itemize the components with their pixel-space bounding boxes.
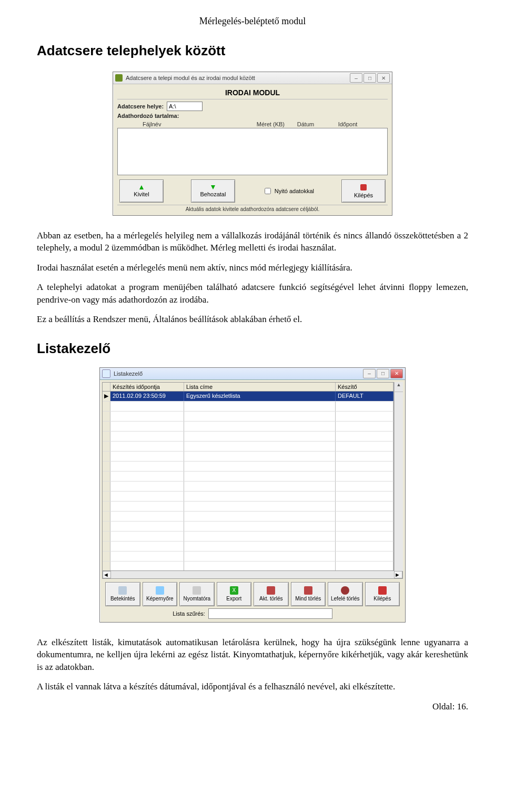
grid-header: Készítés időpontja Lista címe Készítő [102,382,394,391]
table-row[interactable] [103,492,393,502]
table-row[interactable] [103,442,393,452]
export-button-label: Export [226,596,241,602]
row-marker-header [103,383,110,391]
arrow-up-icon [139,185,144,189]
close-button[interactable]: ✕ [377,73,390,83]
document-page: Mérlegelés-beléptető modul Adatcsere tel… [0,0,505,728]
to-screen-button[interactable]: Képernyőre [143,582,178,606]
table-row[interactable] [103,472,393,482]
table-row[interactable] [103,562,393,571]
trash-icon [304,586,312,595]
filter-label: Lista szűrés: [173,610,205,617]
table-row[interactable] [103,532,393,542]
table-row[interactable] [103,462,393,472]
col-date: Dátum [285,121,327,127]
col-created[interactable]: Készítés időpontja [110,383,184,391]
cell-created: 2011.02.09 23:50:59 [110,392,184,401]
open-data-checkbox-label: Nyitó adatokkal [275,188,314,194]
window-title: Listakezelő [114,370,360,377]
figure-adatcsere-window: Adatcsere a telepi modul és az irodai mo… [37,72,468,216]
location-label: Adatcsere helye: [117,103,164,109]
window-app-icon [115,74,123,82]
table-row[interactable] [103,412,393,422]
table-row[interactable] [103,432,393,442]
export-button[interactable]: Kivitel [119,179,164,203]
table-row[interactable] [103,452,393,462]
spreadsheet-icon: X [230,586,238,595]
maximize-button[interactable]: □ [363,73,376,83]
paragraph: Abban az esetben, ha a mérlegelés helyil… [37,229,468,254]
location-input[interactable] [167,102,203,111]
view-button[interactable]: Betekintés [105,582,140,606]
delete-below-button[interactable]: Lefelé törlés [328,582,363,606]
paragraph: A listák el vannak látva a készítés dátu… [37,680,468,693]
paragraph: A telephelyi adatokat a program menüjébe… [37,281,468,306]
table-row[interactable] [103,512,393,522]
page-number: Oldal: 16. [37,701,468,712]
minimize-button[interactable]: – [363,369,376,378]
grid-body[interactable]: ▶ 2011.02.09 23:50:59 Egyszerű készletli… [102,391,394,571]
table-row[interactable]: ▶ 2011.02.09 23:50:59 Egyszerű készletli… [103,392,393,402]
col-title[interactable]: Lista címe [184,383,336,391]
no-entry-icon [341,586,349,595]
window-controls: – □ ✕ [363,369,403,378]
media-list-box[interactable] [117,128,388,175]
list-toolbar: Betekintés Képernyőre Nyomtatóra XExport… [102,579,403,607]
open-data-checkbox[interactable]: Nyitó adatokkal [262,186,314,196]
cell-creator: DEFAULT [336,392,393,401]
printer-icon [193,586,201,595]
table-row[interactable] [103,402,393,412]
table-row[interactable] [103,482,393,492]
col-size: Méret (KB) [232,121,285,127]
exit-button[interactable]: Kilépés [341,179,386,203]
maximize-button[interactable]: □ [377,369,389,378]
exit-button-label: Kilépés [373,596,391,602]
cell-title: Egyszerű készletlista [184,392,336,401]
table-row[interactable] [103,522,393,532]
window-title: Adatcsere a telepi modul és az irodai mo… [126,75,347,81]
window-app-icon [102,369,110,378]
delete-all-button-label: Mind törlés [295,596,321,602]
exit-button[interactable]: Kilépés [365,582,400,606]
export-button[interactable]: XExport [217,582,252,606]
to-screen-button-label: Képernyőre [146,596,174,602]
close-button[interactable]: ✕ [390,369,403,378]
col-time: Időpont [327,121,369,127]
import-button[interactable]: Behozatal [191,179,235,203]
scroll-up-icon[interactable]: ▲ [395,382,403,392]
table-row[interactable] [103,542,393,552]
content-label: Adathordozó tartalma: [117,113,179,119]
modul-title: IRODAI MODUL [117,87,388,99]
delete-current-button-label: Akt. törlés [259,596,282,602]
table-row[interactable] [103,502,393,512]
vertical-scrollbar[interactable]: ▲ [394,382,403,571]
table-row[interactable] [103,422,393,432]
minimize-button[interactable]: – [350,73,362,83]
delete-all-button[interactable]: Mind törlés [291,582,326,606]
trash-icon [267,586,275,595]
stop-icon [378,586,387,595]
window-controls: – □ ✕ [350,73,390,83]
media-list-header: Fájlnév Méret (KB) Dátum Időpont [117,121,388,127]
window-list-manager: Listakezelő – □ ✕ Készítés időpontja Lis… [99,367,406,623]
horizontal-scrollbar[interactable]: ◄ ► [102,571,403,579]
delete-current-button[interactable]: Akt. törlés [254,582,289,606]
monitor-icon [156,586,164,595]
table-row[interactable] [103,552,393,562]
exit-button-label: Kilépés [354,192,373,198]
magnifier-icon [118,586,127,595]
paragraph: Az elkészített listák, kimutatások autom… [37,636,468,673]
window-titlebar[interactable]: Adatcsere a telepi modul és az irodai mo… [113,72,392,84]
stop-icon [360,184,367,191]
status-bar: Aktuális adatok kivitele adathordozóra a… [117,205,388,213]
scroll-right-icon[interactable]: ► [394,571,402,578]
to-printer-button[interactable]: Nyomtatóra [179,582,215,606]
filter-input[interactable] [208,608,332,619]
paragraph: Ez a beállítás a Rendszer menü, Általáno… [37,313,468,325]
col-filename: Fájlnév [143,121,232,127]
col-creator[interactable]: Készítő [336,383,393,391]
scroll-left-icon[interactable]: ◄ [103,571,111,578]
window-titlebar[interactable]: Listakezelő – □ ✕ [100,368,405,380]
delete-below-button-label: Lefelé törlés [331,596,359,602]
open-data-checkbox-input[interactable] [265,188,271,194]
